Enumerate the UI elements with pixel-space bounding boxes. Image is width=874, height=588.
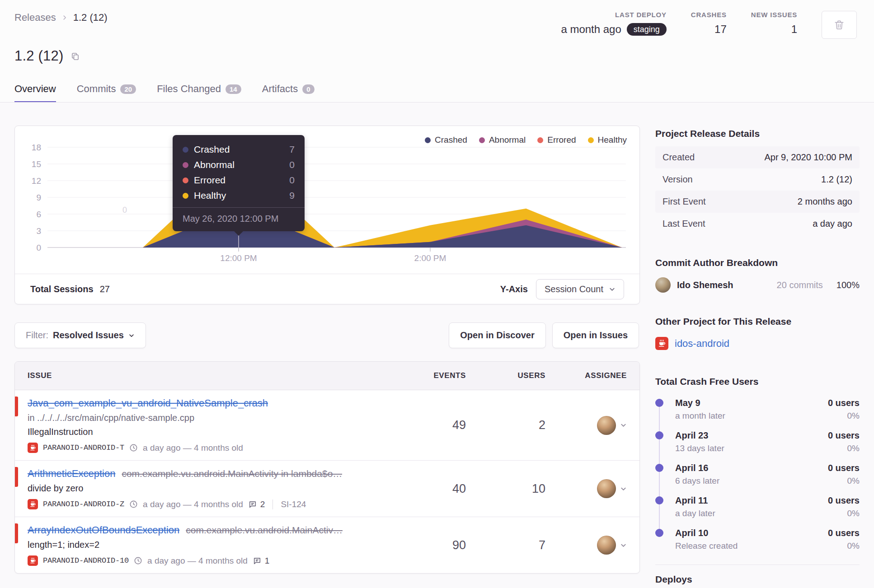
series-dot [183,147,188,153]
detail-row-created: Created Apr 9, 2020 10:00 PM [655,146,860,168]
crash-free-timeline-item: April 23 13 days later 0 users 0% [655,430,860,453]
breadcrumb: Releases 1.2 (12) [14,12,108,23]
legend-label: Crashed [435,135,467,145]
detail-row-first-event: First Event 2 months ago [655,191,860,213]
legend-dot [537,137,543,143]
detail-label: Version [663,174,693,185]
last-deploy-label: LAST DEPLOY [561,11,666,19]
issue-title-link[interactable]: ArrayIndexOutOfBoundsException [28,524,179,536]
tooltip-row-errored: Errored 0 [183,175,295,186]
project-release-details-section: Project Release Details Created Apr 9, 2… [655,128,860,235]
svg-text:15: 15 [32,159,41,169]
stat-new-issues: NEW ISSUES 1 [751,11,797,36]
comment-icon [253,556,262,565]
breadcrumb-current: 1.2 (12) [73,12,108,23]
tooltip-timestamp: May 26, 2020 12:00 PM [173,207,305,231]
users-count: 10 [466,482,545,496]
chevron-down-icon [128,332,135,339]
issue-title-link[interactable]: Java_com_example_vu_android_NativeSample… [28,397,268,409]
issue-row: ArithmeticException com.example.vu.andro… [15,460,639,517]
tooltip-row-abnormal: Abnormal 0 [183,159,295,170]
series-dot [183,193,188,199]
issue-location: in ../../../../src/main/cpp/native-sampl… [28,413,403,423]
project-slug: PARANOID-ANDROID-10 [43,556,129,565]
issue-message: IllegalInstruction [28,427,403,437]
avatar [655,277,671,293]
tab-commits[interactable]: Commits20 [77,83,136,103]
release-detail-page: Releases 1.2 (12) LAST DEPLOY a month ag… [0,0,874,588]
chevron-down-icon [620,485,627,492]
author-name: Ido Shemesh [677,280,777,290]
sessions-chart: 036912151812:00 PM2:00 PM CrashedAbnorma… [15,126,639,274]
legend-label: Errored [547,135,576,145]
assignee-dropdown[interactable] [597,479,627,498]
commit-author-breakdown-section: Commit Author Breakdown Ido Shemesh 20 c… [655,257,860,293]
svg-text:12:00 PM: 12:00 PM [220,253,257,263]
issue-row: Java_com_example_vu_android_NativeSample… [15,390,639,460]
issue-cell: Java_com_example_vu_android_NativeSample… [28,397,403,453]
timeline-dot [655,496,663,504]
legend-dot [588,137,594,143]
issue-age: a day ago — 4 months old [147,556,248,566]
series-value: 9 [289,190,295,201]
assignee-dropdown[interactable] [597,536,627,555]
timeline-percent: 0% [828,411,860,421]
crash-free-title: Total Crash Free Users [655,376,860,387]
assignee-dropdown[interactable] [597,416,627,435]
tab-label: Files Changed [157,83,221,95]
svg-text:18: 18 [32,143,41,152]
copy-version-button[interactable] [70,51,80,61]
issue-title-link[interactable]: ArithmeticException [28,468,115,480]
resolved-issues-table: ISSUE EVENTS USERS ASSIGNEE Java_com_exa… [14,361,640,574]
timeline-users: 0 users [828,430,860,441]
issue-age: a day ago — 4 months old [143,499,243,509]
issue-age: a day ago — 4 months old [143,443,243,453]
series-value: 0 [289,159,295,170]
tab-files-changed[interactable]: Files Changed14 [157,83,241,103]
tab-overview[interactable]: Overview [14,83,56,103]
page-title: 1.2 (12) [14,48,63,64]
yaxis-select[interactable]: Session Count [536,279,624,299]
detail-row-last-event: Last Event a day ago [655,213,860,235]
detail-value: 1.2 (12) [821,174,852,185]
detail-value: 2 months ago [798,196,852,207]
tab-label: Artifacts [262,83,298,95]
tooltip-row-healthy: Healthy 9 [183,190,295,201]
legend-item-abnormal[interactable]: Abnormal [479,135,526,145]
crash-free-timeline-item: May 9 a month later 0 users 0% [655,398,860,421]
stacked-area-chart: 036912151812:00 PM2:00 PM [15,126,639,266]
series-label: Errored [194,175,284,186]
chevron-down-icon [620,422,627,429]
trash-icon [833,19,845,31]
stat-crashes: CRASHES 17 [691,11,727,36]
timeline-dot [655,399,663,407]
comment-count[interactable]: 2 [248,499,265,509]
delete-release-button[interactable] [822,11,857,39]
open-in-discover-button[interactable]: Open in Discover [449,322,546,348]
crashes-label: CRASHES [691,11,727,19]
clock-icon [129,443,138,452]
timeline-percent: 0% [828,443,860,453]
legend-item-crashed[interactable]: Crashed [425,135,467,145]
crash-free-timeline-item: April 10 Release created 0 users 0% [655,528,860,551]
comment-count-value: 1 [265,556,270,566]
comment-count[interactable]: 1 [253,556,270,566]
avatar [597,479,616,498]
tab-artifacts[interactable]: Artifacts0 [262,83,315,103]
open-in-issues-button[interactable]: Open in Issues [552,322,639,348]
legend-label: Abnormal [489,135,526,145]
chevron-down-icon [620,542,627,549]
legend-item-errored[interactable]: Errored [537,135,576,145]
other-project-link[interactable]: idos-android [675,338,729,350]
timeline-dot [655,529,663,537]
legend-item-healthy[interactable]: Healthy [588,135,627,145]
yaxis-label: Y-Axis [500,284,528,294]
timeline-dot [655,431,663,439]
events-count: 49 [403,418,466,432]
svg-text:0: 0 [36,243,41,252]
breadcrumb-releases-link[interactable]: Releases [14,12,56,23]
column-assignee: ASSIGNEE [545,371,627,380]
timeline-percent: 0% [828,476,860,486]
coffee-icon [28,555,38,566]
issues-filter-dropdown[interactable]: Filter: Resolved Issues [14,322,146,348]
